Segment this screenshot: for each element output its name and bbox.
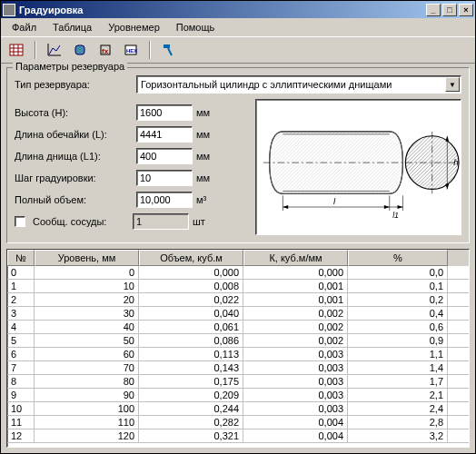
col-vol[interactable]: Объем, куб.м — [139, 250, 243, 266]
toolbar: fx HEX — [1, 36, 475, 64]
tool-grid-icon[interactable] — [6, 40, 26, 60]
cell-k: 0,004 — [243, 416, 348, 429]
table-row[interactable]: 7700,1430,0031,4 — [7, 361, 469, 375]
chevron-down-icon[interactable]: ▼ — [445, 77, 460, 92]
cell-pct: 0,2 — [348, 293, 448, 306]
cell-k: 0,003 — [243, 348, 348, 360]
tank-diagram: l l1 h — [255, 99, 461, 235]
menu-table[interactable]: Таблица — [45, 20, 99, 35]
cell-level: 80 — [35, 375, 139, 388]
unit-mm: мм — [196, 129, 216, 140]
cell-n: 2 — [7, 293, 35, 306]
vessels-checkbox[interactable] — [15, 216, 25, 227]
svg-marker-24 — [398, 205, 403, 209]
bottom-input[interactable] — [136, 148, 193, 164]
svg-text:fx: fx — [102, 47, 109, 55]
app-window: Градуировка _ □ × Файл Таблица Уровнемер… — [0, 0, 476, 454]
table-row[interactable]: 000,0000,0000,0 — [7, 266, 469, 280]
tool-effect-icon[interactable]: fx — [95, 40, 115, 60]
table-row[interactable]: 6600,1130,0031,1 — [7, 348, 469, 361]
tool-tank-icon[interactable] — [70, 40, 90, 60]
cell-pct: 1,4 — [348, 361, 448, 374]
col-pct[interactable]: % — [348, 250, 448, 266]
cell-k: 0,003 — [243, 389, 348, 401]
svg-text:HEX: HEX — [126, 48, 137, 54]
cell-pct: 0,0 — [348, 266, 448, 279]
cell-level: 50 — [35, 334, 139, 347]
unit-m3: м³ — [196, 194, 216, 205]
cell-pct: 1,7 — [348, 375, 448, 388]
cell-vol: 0,040 — [139, 307, 243, 320]
dim-L1: l1 — [392, 211, 399, 220]
cell-vol: 0,209 — [139, 389, 243, 401]
cell-pct: 0,1 — [348, 280, 448, 292]
menu-bar: Файл Таблица Уровнемер Помощь — [1, 18, 475, 36]
svg-rect-0 — [10, 44, 23, 55]
col-level[interactable]: Уровень, мм — [35, 250, 139, 266]
col-n[interactable]: № — [7, 250, 35, 266]
cell-n: 11 — [7, 416, 35, 429]
cell-level: 90 — [35, 389, 139, 401]
cell-vol: 0,113 — [139, 348, 243, 360]
cell-n: 9 — [7, 389, 35, 401]
calibration-grid[interactable]: № Уровень, мм Объем, куб.м К, куб.м/мм %… — [6, 249, 470, 448]
table-row[interactable]: 111100,2820,0042,8 — [7, 416, 469, 429]
svg-marker-20 — [384, 205, 390, 209]
table-row[interactable]: 8800,1750,0031,7 — [7, 375, 469, 389]
table-row[interactable]: 9900,2090,0032,1 — [7, 389, 469, 402]
dim-H: h — [453, 157, 458, 167]
height-label: Высота (H): — [15, 107, 133, 118]
cell-pct: 0,6 — [348, 321, 448, 333]
cell-level: 0 — [35, 266, 139, 279]
menu-level[interactable]: Уровнемер — [101, 20, 167, 35]
cell-vol: 0,008 — [139, 280, 243, 292]
step-input[interactable] — [136, 170, 193, 186]
table-row[interactable]: 2200,0220,0010,2 — [7, 293, 469, 307]
close-button[interactable]: × — [459, 4, 473, 16]
tool-chart-icon[interactable] — [45, 40, 64, 60]
maximize-button[interactable]: □ — [442, 4, 457, 16]
height-input[interactable] — [136, 104, 193, 121]
grid-body[interactable]: 000,0000,0000,01100,0080,0010,12200,0220… — [7, 266, 469, 447]
cell-n: 1 — [7, 280, 35, 292]
cell-level: 60 — [35, 348, 139, 360]
table-row[interactable]: 101000,2440,0032,4 — [7, 402, 469, 416]
tank-type-combo[interactable]: Горизонтальный цилиндр с эллиптическими … — [136, 75, 461, 94]
table-row[interactable]: 1100,0080,0010,1 — [7, 280, 469, 293]
table-row[interactable]: 5500,0860,0020,9 — [7, 334, 469, 348]
cell-n: 4 — [7, 321, 35, 333]
menu-help[interactable]: Помощь — [169, 20, 223, 35]
cell-k: 0,004 — [243, 429, 348, 442]
unit-mm: мм — [196, 107, 216, 118]
cell-n: 7 — [7, 361, 35, 374]
table-row[interactable]: 121200,3210,0043,2 — [7, 429, 469, 443]
vessels-label: Сообщ. сосуды: — [33, 216, 129, 227]
tool-hex-icon[interactable]: HEX — [121, 40, 141, 60]
app-icon — [3, 4, 15, 16]
cell-k: 0,002 — [243, 307, 348, 320]
cell-n: 8 — [7, 375, 35, 388]
cell-pct: 1,1 — [348, 348, 448, 360]
cell-pct: 2,4 — [348, 402, 448, 415]
tool-hammer-icon[interactable] — [159, 40, 179, 60]
unit-mm: мм — [196, 151, 216, 162]
cell-k: 0,002 — [243, 321, 348, 333]
svg-line-13 — [168, 48, 172, 55]
tank-type-value: Горизонтальный цилиндр с эллиптическими … — [141, 79, 392, 90]
table-row[interactable]: 4400,0610,0020,6 — [7, 321, 469, 334]
col-k[interactable]: К, куб.м/мм — [243, 250, 348, 266]
cell-k: 0,003 — [243, 402, 348, 415]
cell-pct: 2,1 — [348, 389, 448, 401]
shell-input[interactable] — [136, 126, 193, 143]
cell-vol: 0,022 — [139, 293, 243, 306]
table-row[interactable]: 3300,0400,0020,4 — [7, 307, 469, 321]
cell-k: 0,001 — [243, 280, 348, 292]
step-label: Шаг градуировки: — [15, 173, 133, 183]
fullvol-input[interactable] — [136, 192, 193, 208]
numeric-params: Высота (H): мм Длина обечайки (L): мм Дл… — [15, 99, 255, 235]
titlebar[interactable]: Градуировка _ □ × — [1, 1, 475, 18]
group-title: Параметры резервуара — [13, 61, 127, 72]
unit-pcs: шт — [193, 216, 213, 227]
menu-file[interactable]: Файл — [5, 20, 44, 35]
minimize-button[interactable]: _ — [426, 4, 441, 16]
